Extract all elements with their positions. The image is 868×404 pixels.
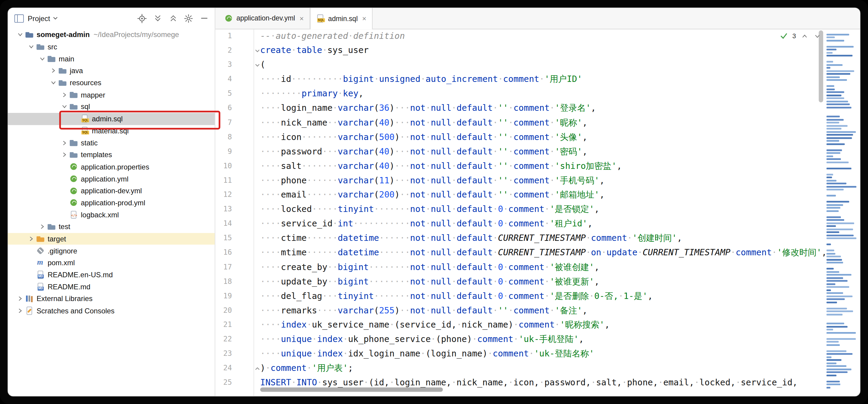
editor-pane: application-dev.yml × admin.sql × 123456… [215,8,860,397]
folder-icon [58,66,67,75]
tree-item-mapper[interactable]: mapper [8,89,215,101]
close-icon[interactable]: × [300,15,304,22]
chevron-collapsed-icon[interactable] [49,68,58,73]
project-tool-window: Project [8,8,216,397]
fold-marker-icon[interactable] [254,48,260,54]
expand-all-icon[interactable] [152,13,163,24]
tree-item-label: target [48,235,66,243]
code-line[interactable]: ····login_name·varchar(36)···not·null·de… [260,101,860,115]
fold-marker-icon[interactable] [254,366,260,372]
line-number: 12 [215,188,232,202]
code-line[interactable]: ········primary·key, [260,86,860,101]
code-line[interactable]: --·auto-generated·definition [260,29,860,43]
tree-item--gitignore[interactable]: .gitignore [8,245,215,257]
code-line[interactable]: ····salt·······varchar(40)···not·null·de… [260,159,860,173]
tree-item-logback-xml[interactable]: logback.xml [8,209,215,221]
hide-panel-icon[interactable] [199,13,209,24]
tree-item-application-dev-yml[interactable]: application-dev.yml [8,185,215,197]
code-area[interactable]: --·auto-generated·definitioncreate·table… [254,29,860,397]
code-line[interactable]: ····create_by··bigint········not·null·de… [260,260,860,274]
tree-item-readme-en-us-md[interactable]: README.en-US.md [8,269,215,281]
code-line[interactable]: ····nick_name··varchar(40)···not·null·de… [260,115,860,130]
tree-item-target[interactable]: target [8,233,215,245]
code-line[interactable]: )·comment·'用户表'; [260,361,860,375]
tree-item-application-prod-yml[interactable]: application-prod.yml [8,197,215,209]
tree-item-templates[interactable]: templates [8,149,215,161]
code-line[interactable]: ( [260,58,860,72]
horizontal-scrollbar-thumb[interactable] [260,387,443,392]
code-line[interactable]: ····icon·······varchar(500)··not·null·de… [260,130,860,144]
tree-item-scratches-and-consoles[interactable]: Scratches and Consoles [8,305,215,317]
tab-application-dev-yml[interactable]: application-dev.yml × [219,8,310,29]
chevron-collapsed-icon[interactable] [27,236,36,242]
chevron-expanded-icon[interactable] [16,32,25,37]
folder-icon [47,222,56,231]
minimap[interactable] [825,29,859,393]
tree-item-label: test [59,223,70,231]
chevron-expanded-icon[interactable] [60,104,69,109]
line-number: 23 [215,346,232,361]
tree-item-label: Scratches and Consoles [36,307,114,315]
tree-item-label: java [70,66,83,75]
tree-item-application-yml[interactable]: application.yml [8,173,215,185]
code-line[interactable]: ····update_by··bigint········not·null·de… [260,274,860,289]
code-line[interactable]: ····del_flag···tinyint·······not·null·de… [260,289,860,303]
tree-item-resources[interactable]: resources [8,77,215,89]
tree-item-static[interactable]: static [8,137,215,149]
code-line[interactable]: ····email······varchar(200)··not·null·de… [260,188,860,202]
tree-item-main[interactable]: main [8,53,215,65]
tab-admin-sql[interactable]: admin.sql × [310,8,372,30]
chevron-collapsed-icon[interactable] [38,224,47,229]
code-line[interactable]: ····unique·index·idx_login_name·(login_n… [260,346,860,361]
tree-item-label: .gitignore [48,247,77,255]
tree-item-label: static [81,139,98,147]
chevron-expanded-icon[interactable] [27,44,36,50]
chevron-collapsed-icon[interactable] [60,140,69,146]
settings-gear-icon[interactable] [183,13,194,24]
tree-item-admin-sql[interactable]: admin.sql [8,113,215,125]
line-number: 24 [215,361,232,375]
code-line[interactable]: ····password···varchar(40)···not·null·de… [260,144,860,159]
project-panel-title[interactable]: Project [28,14,50,23]
chevron-expanded-icon[interactable] [49,81,58,86]
chevron-collapsed-icon[interactable] [60,92,69,97]
tree-item-label: someget-admin [36,31,90,39]
code-line[interactable]: ····id··········bigint·unsigned·auto_inc… [260,72,860,87]
tree-item-java[interactable]: java [8,65,215,77]
tree-item-pom-xml[interactable]: pom.xml [8,257,215,269]
code-line[interactable]: ····mtime······datetime······not·null·de… [260,245,860,260]
tree-item-label: main [59,55,74,63]
code-line[interactable]: ····locked·····tinyint·······not·null·de… [260,202,860,216]
tree-item-readme-md[interactable]: README.md [8,281,215,293]
collapse-all-icon[interactable] [168,13,178,24]
tree-item-sql[interactable]: sql [8,101,215,113]
tree-item-application-properties[interactable]: application.properties [8,161,215,173]
chevron-down-icon[interactable] [53,15,58,21]
fold-marker-icon[interactable] [254,62,260,68]
prev-problem-icon[interactable] [800,32,809,40]
tree-item-test[interactable]: test [8,221,215,233]
chevron-expanded-icon[interactable] [38,56,47,61]
code-line[interactable]: ····unique·index·uk_phone_service·(phone… [260,332,860,346]
chevron-collapsed-icon[interactable] [16,308,25,313]
tree-item-src[interactable]: src [8,41,215,53]
tree-item-someget-admin[interactable]: someget-admin~/IdeaProjects/my/somege [8,29,215,41]
code-line[interactable]: ····service_id·int···········not·null·de… [260,216,860,231]
close-icon[interactable]: × [362,15,366,22]
folder-icon [69,138,78,147]
chevron-collapsed-icon[interactable] [16,296,25,301]
md-icon [36,270,45,279]
tree-item-material-sql[interactable]: material.sql [8,125,215,137]
select-opened-file-icon[interactable] [137,13,147,24]
code-line[interactable]: ····index·uk_service_name·(service_id,·n… [260,318,860,332]
folder-icon [36,42,45,51]
chevron-collapsed-icon[interactable] [60,152,69,157]
line-number: 21 [215,318,232,332]
tree-item-external-libraries[interactable]: External Libraries [8,293,215,305]
code-line[interactable]: ····phone······varchar(11)···not·null·de… [260,173,860,188]
spring-icon [69,186,78,195]
code-line[interactable]: ····remarks····varchar(255)··not·null·de… [260,303,860,318]
code-line[interactable]: create·table·sys_user [260,43,860,58]
code-line[interactable]: ····ctime······datetime······not·null·de… [260,231,860,245]
vertical-scrollbar-thumb[interactable] [819,30,823,102]
